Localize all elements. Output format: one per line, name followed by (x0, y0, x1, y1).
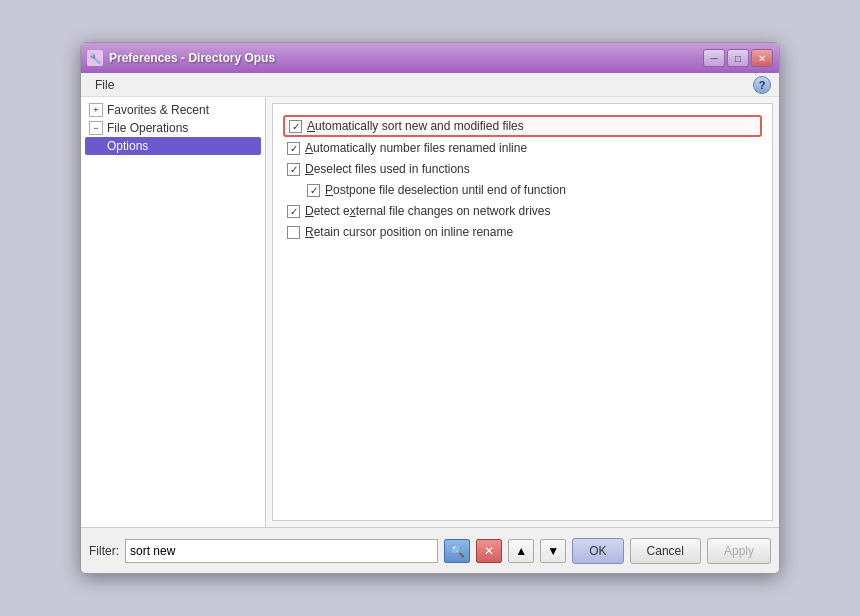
label-auto-number: Automatically number files renamed inlin… (305, 141, 527, 155)
help-button[interactable]: ? (753, 76, 771, 94)
label-detect-external: Detect external file changes on network … (305, 204, 550, 218)
label-auto-sort: Automatically sort new and modified file… (307, 119, 524, 133)
filter-clear-button[interactable]: ✕ (476, 539, 502, 563)
filter-input[interactable] (125, 539, 438, 563)
sidebar-item-file-operations[interactable]: − File Operations (85, 119, 261, 137)
sidebar: + Favorites & Recent − File Operations O… (81, 97, 266, 527)
label-postpone: Postpone file deselection until end of f… (325, 183, 566, 197)
title-bar: 🔧 Preferences - Directory Opus ─ □ ✕ (81, 43, 779, 73)
main-window: 🔧 Preferences - Directory Opus ─ □ ✕ Fil… (80, 42, 780, 574)
window-title: Preferences - Directory Opus (109, 51, 275, 65)
checkbox-deselect[interactable] (287, 163, 300, 176)
close-button[interactable]: ✕ (751, 49, 773, 67)
options-label: Options (107, 139, 148, 153)
menu-bar: File ? (81, 73, 779, 97)
cancel-button[interactable]: Cancel (630, 538, 701, 564)
main-panel: Automatically sort new and modified file… (272, 103, 773, 521)
sidebar-item-options[interactable]: Options (85, 137, 261, 155)
option-detect-external: Detect external file changes on network … (283, 201, 762, 221)
expand-file-operations[interactable]: − (89, 121, 103, 135)
filter-search-button[interactable]: 🔍 (444, 539, 470, 563)
expand-favorites[interactable]: + (89, 103, 103, 117)
checkbox-postpone[interactable] (307, 184, 320, 197)
checkbox-detect-external[interactable] (287, 205, 300, 218)
checkbox-retain-cursor[interactable] (287, 226, 300, 239)
content-area: + Favorites & Recent − File Operations O… (81, 97, 779, 527)
file-operations-label: File Operations (107, 121, 188, 135)
option-postpone: Postpone file deselection until end of f… (303, 180, 762, 200)
label-retain-cursor: Retain cursor position on inline rename (305, 225, 513, 239)
filter-down-button[interactable]: ▼ (540, 539, 566, 563)
sidebar-item-favorites[interactable]: + Favorites & Recent (85, 101, 261, 119)
option-auto-sort: Automatically sort new and modified file… (283, 115, 762, 137)
ok-button[interactable]: OK (572, 538, 623, 564)
favorites-label: Favorites & Recent (107, 103, 209, 117)
filter-up-button[interactable]: ▲ (508, 539, 534, 563)
label-deselect: Deselect files used in functions (305, 162, 470, 176)
option-deselect: Deselect files used in functions (283, 159, 762, 179)
file-menu[interactable]: File (89, 76, 120, 94)
apply-button[interactable]: Apply (707, 538, 771, 564)
app-icon: 🔧 (87, 50, 103, 66)
checkbox-auto-number[interactable] (287, 142, 300, 155)
option-auto-number: Automatically number files renamed inlin… (283, 138, 762, 158)
checkbox-auto-sort[interactable] (289, 120, 302, 133)
maximize-button[interactable]: □ (727, 49, 749, 67)
minimize-button[interactable]: ─ (703, 49, 725, 67)
filter-label: Filter: (89, 544, 119, 558)
bottom-bar: Filter: 🔍 ✕ ▲ ▼ OK Cancel Apply (81, 527, 779, 573)
option-retain-cursor: Retain cursor position on inline rename (283, 222, 762, 242)
